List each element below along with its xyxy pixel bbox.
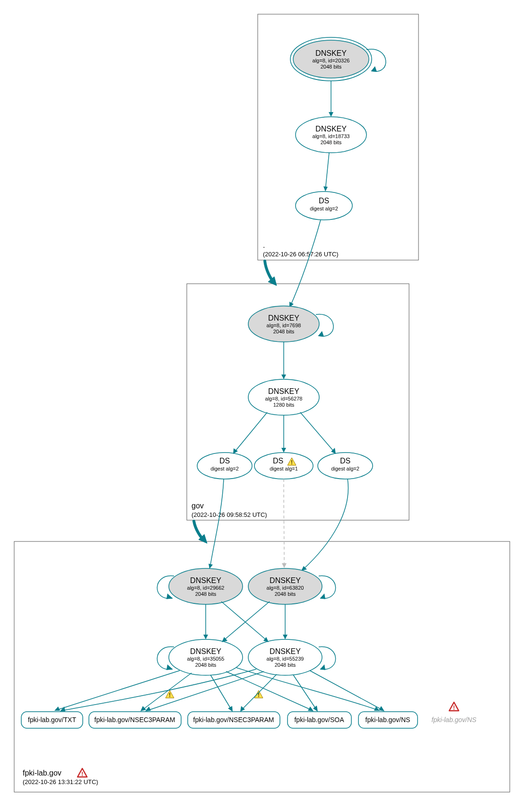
svg-text:fpki-lab.gov/SOA: fpki-lab.gov/SOA xyxy=(294,716,344,724)
fpki-zsk1-node: DNSKEY alg=8, id=35055 2048 bits xyxy=(169,639,243,675)
svg-text:!: ! xyxy=(169,692,171,698)
svg-text:alg=8, id=20326: alg=8, id=20326 xyxy=(313,58,350,63)
svg-text:DNSKEY: DNSKEY xyxy=(270,647,301,655)
gov-zsk-node: DNSKEY alg=8, id=56278 1280 bits xyxy=(248,379,319,415)
svg-marker-84 xyxy=(140,706,146,711)
svg-text:DNSKEY: DNSKEY xyxy=(268,314,299,322)
zone-fpki-date: (2022-10-26 13:31:22 UTC) xyxy=(23,778,98,785)
svg-marker-54 xyxy=(320,593,325,599)
root-ds-node: DS digest alg=2 xyxy=(296,192,352,220)
svg-text:2048 bits: 2048 bits xyxy=(195,662,217,668)
svg-text:alg=8, id=56278: alg=8, id=56278 xyxy=(265,396,303,401)
record-ns: fpki-lab.gov/NS xyxy=(358,712,418,728)
record-nsec3param-1: fpki-lab.gov/NSEC3PARAM xyxy=(89,712,181,728)
svg-text:!: ! xyxy=(81,771,83,777)
svg-text:alg=8, id=63820: alg=8, id=63820 xyxy=(267,585,304,591)
svg-text:digest alg=2: digest alg=2 xyxy=(210,466,239,471)
record-txt: fpki-lab.gov/TXT xyxy=(21,712,83,728)
svg-text:2048 bits: 2048 bits xyxy=(321,140,342,145)
svg-text:digest alg=2: digest alg=2 xyxy=(310,206,338,211)
gov-ds1-node: DS digest alg=2 xyxy=(197,453,252,479)
error-icon: ! xyxy=(78,768,87,777)
svg-marker-27 xyxy=(281,375,286,379)
svg-text:alg=8, id=7698: alg=8, id=7698 xyxy=(267,323,301,328)
svg-text:fpki-lab.gov/TXT: fpki-lab.gov/TXT xyxy=(28,716,76,724)
svg-text:alg=8, id=18733: alg=8, id=18733 xyxy=(313,133,350,139)
svg-text:fpki-lab.gov/NSEC3PARAM: fpki-lab.gov/NSEC3PARAM xyxy=(95,716,175,724)
svg-text:2048 bits: 2048 bits xyxy=(195,591,217,597)
svg-text:digest alg=1: digest alg=1 xyxy=(270,466,298,471)
record-nsec3param-2: fpki-lab.gov/NSEC3PARAM xyxy=(188,712,280,728)
gov-ds3-node: DS digest alg=2 xyxy=(318,453,373,479)
svg-text:alg=8, id=29662: alg=8, id=29662 xyxy=(187,585,225,591)
zone-root-date: (2022-10-26 06:57:26 UTC) xyxy=(263,251,339,258)
svg-marker-43 xyxy=(282,563,287,568)
svg-text:DNSKEY: DNSKEY xyxy=(315,125,347,133)
svg-text:1280 bits: 1280 bits xyxy=(273,402,295,408)
svg-marker-49 xyxy=(166,593,173,599)
svg-text:!: ! xyxy=(291,459,293,466)
fpki-zsk2-node: DNSKEY alg=8, id=55239 2048 bits xyxy=(248,639,322,675)
svg-text:fpki-lab.gov/NSEC3PARAM: fpki-lab.gov/NSEC3PARAM xyxy=(193,716,274,724)
svg-marker-22 xyxy=(318,331,324,337)
svg-marker-39 xyxy=(281,448,286,453)
svg-text:DS: DS xyxy=(219,457,230,465)
svg-text:DS: DS xyxy=(319,197,329,205)
svg-text:DNSKEY: DNSKEY xyxy=(270,576,301,584)
record-soa: fpki-lab.gov/SOA xyxy=(288,712,351,728)
svg-text:DNSKEY: DNSKEY xyxy=(315,49,347,57)
zone-root-label: . xyxy=(263,241,265,249)
svg-marker-64 xyxy=(320,664,325,670)
fpki-ksk1-node: DNSKEY alg=8, id=29662 2048 bits xyxy=(169,568,243,604)
zone-gov-date: (2022-10-26 09:58:52 UTC) xyxy=(192,511,267,518)
dnssec-graph: . (2022-10-26 06:57:26 UTC) gov (2022-10… xyxy=(0,0,532,811)
svg-marker-59 xyxy=(166,664,173,670)
svg-text:fpki-lab.gov/NS: fpki-lab.gov/NS xyxy=(366,716,410,724)
svg-text:fpki-lab.gov/NS: fpki-lab.gov/NS xyxy=(432,716,477,724)
svg-text:DNSKEY: DNSKEY xyxy=(190,576,221,584)
zone-fpki-label: fpki-lab.gov xyxy=(23,769,61,777)
svg-marker-42 xyxy=(209,564,213,569)
warning-icon: ! xyxy=(254,690,263,698)
zone-gov-label: gov xyxy=(192,502,204,510)
svg-text:2048 bits: 2048 bits xyxy=(275,591,296,597)
gov-ds2-node: DS digest alg=1 ! xyxy=(254,453,313,479)
root-ksk-node: DNSKEY alg=8, id=20326 2048 bits xyxy=(290,37,372,81)
fpki-ksk2-node: DNSKEY alg=8, id=63820 2048 bits xyxy=(248,568,322,604)
svg-marker-65 xyxy=(203,635,208,639)
svg-marker-91 xyxy=(313,706,318,712)
svg-text:DNSKEY: DNSKEY xyxy=(268,387,299,395)
svg-text:2048 bits: 2048 bits xyxy=(275,662,296,668)
svg-marker-68 xyxy=(283,635,288,639)
svg-text:2048 bits: 2048 bits xyxy=(273,329,295,334)
svg-marker-83 xyxy=(54,706,60,711)
svg-text:DS: DS xyxy=(340,457,350,465)
svg-text:2048 bits: 2048 bits xyxy=(321,64,342,70)
gov-ksk-node: DNSKEY alg=8, id=7698 2048 bits xyxy=(248,306,319,342)
error-icon: ! xyxy=(449,702,459,711)
svg-text:DS: DS xyxy=(273,457,283,465)
root-zsk-node: DNSKEY alg=8, id=18733 2048 bits xyxy=(296,117,366,153)
svg-text:DNSKEY: DNSKEY xyxy=(190,647,221,655)
svg-marker-85 xyxy=(228,706,233,712)
svg-text:!: ! xyxy=(453,705,455,711)
svg-marker-6 xyxy=(371,66,377,72)
svg-text:alg=8, id=55239: alg=8, id=55239 xyxy=(267,656,304,662)
record-ns-error: fpki-lab.gov/NS ! xyxy=(432,702,477,724)
svg-marker-14 xyxy=(329,112,333,117)
svg-text:alg=8, id=35055: alg=8, id=35055 xyxy=(187,656,225,662)
svg-marker-15 xyxy=(323,186,328,192)
svg-text:digest alg=2: digest alg=2 xyxy=(331,466,359,471)
